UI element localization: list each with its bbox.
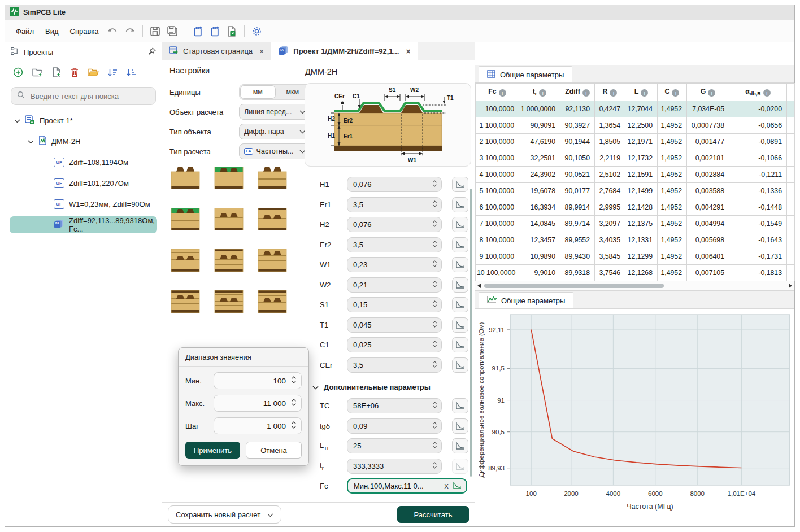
info-icon[interactable]: i bbox=[610, 89, 617, 97]
structure-thumbnail-11[interactable] bbox=[214, 290, 244, 313]
table-row[interactable]: 6 100,000016,393489,99142,999512,14281,4… bbox=[476, 199, 795, 216]
sweep-chart-button[interactable] bbox=[452, 177, 468, 192]
structure-thumbnail-4[interactable] bbox=[171, 208, 200, 230]
stepper-icon[interactable] bbox=[432, 240, 437, 250]
units-option-mm[interactable]: мм bbox=[240, 85, 276, 99]
table-row[interactable]: 9 100,000010,989089,94303,584512,12991,4… bbox=[476, 248, 795, 265]
close-tab-icon[interactable]: × bbox=[403, 47, 410, 56]
structure-thumbnail-1[interactable] bbox=[171, 167, 200, 189]
parameter-input[interactable]: 0,076 bbox=[347, 217, 442, 232]
parameter-input[interactable]: 0,23 bbox=[347, 257, 442, 272]
table-row[interactable]: 7 100,000014,084589,97143,209712,13751,4… bbox=[476, 216, 795, 232]
tab-results-table[interactable]: Общие параметры bbox=[479, 66, 572, 82]
menu-view[interactable]: Вид bbox=[40, 25, 64, 38]
sweep-chart-button[interactable] bbox=[452, 398, 468, 413]
sweep-chart-button[interactable] bbox=[452, 237, 468, 252]
parameter-input[interactable]: 58E+06 bbox=[347, 398, 442, 413]
column-header-α[interactable]: αdb,Ri bbox=[729, 84, 787, 101]
column-header-Fc[interactable]: Fci bbox=[476, 84, 519, 101]
column-header-C[interactable]: Ci bbox=[658, 84, 687, 101]
open-project-button[interactable] bbox=[88, 68, 99, 79]
stepper-icon[interactable] bbox=[432, 260, 437, 269]
add-folder-button[interactable] bbox=[32, 68, 43, 79]
column-header-L[interactable]: Li bbox=[625, 84, 658, 101]
tab-results-chart[interactable]: Общие параметры bbox=[479, 292, 573, 308]
stepper-icon[interactable] bbox=[432, 441, 437, 451]
stepper-icon[interactable] bbox=[432, 300, 437, 309]
expander-icon[interactable] bbox=[14, 116, 20, 125]
tab-start-page[interactable]: Стартовая страница × bbox=[162, 42, 271, 60]
menu-file[interactable]: Файл bbox=[11, 25, 39, 38]
parameter-input[interactable]: 25 bbox=[347, 438, 442, 453]
units-toggle[interactable]: мм мкм bbox=[239, 84, 311, 100]
tree-item[interactable]: FAZdiff=92,113...89,9318Ом, Fc... bbox=[10, 216, 157, 233]
range-step-input[interactable]: 1 000 bbox=[214, 417, 302, 434]
add-button[interactable] bbox=[13, 67, 23, 80]
scroll-left-icon[interactable] bbox=[475, 282, 483, 290]
structure-thumbnail-9[interactable] bbox=[258, 249, 287, 272]
save-icon[interactable] bbox=[147, 24, 163, 39]
stepper-icon[interactable] bbox=[432, 180, 437, 189]
parameter-input[interactable]: 0,21 bbox=[347, 277, 442, 293]
stepper-icon[interactable] bbox=[432, 200, 437, 210]
structure-thumbnail-2[interactable] bbox=[214, 167, 244, 189]
parameter-input[interactable]: 0,025 bbox=[347, 337, 442, 352]
parameter-input[interactable]: 3,5 bbox=[347, 197, 442, 212]
object-type-select[interactable]: Дифф. пара bbox=[239, 124, 311, 139]
sweep-chart-button[interactable] bbox=[452, 418, 468, 434]
sweep-chart-button[interactable] bbox=[452, 459, 468, 474]
undo-icon[interactable] bbox=[105, 24, 121, 39]
structure-thumbnail-5[interactable] bbox=[214, 208, 244, 230]
parameter-input[interactable]: 0,045 bbox=[347, 317, 442, 333]
table-row[interactable]: 2 100,000047,619090,19441,850512,19711,4… bbox=[476, 134, 795, 150]
column-header-R[interactable]: Ri bbox=[595, 84, 625, 101]
table-row[interactable]: 8 100,000012,345789,95523,403512,13311,4… bbox=[476, 232, 795, 248]
close-tab-icon[interactable]: × bbox=[257, 47, 264, 56]
sweep-chart-button[interactable] bbox=[452, 257, 468, 272]
cancel-button[interactable]: Отмена bbox=[246, 442, 302, 459]
calc-object-select[interactable]: Линия перед... bbox=[239, 104, 311, 120]
parameter-range-input[interactable]: Мин.100,Макс.11 0...X bbox=[347, 478, 467, 494]
stepper-icon[interactable] bbox=[432, 220, 437, 229]
export-excel-icon[interactable] bbox=[224, 24, 240, 39]
calc-type-select[interactable]: FA Частотны... bbox=[239, 143, 311, 159]
range-max-input[interactable]: 11 000 bbox=[214, 395, 302, 412]
info-icon[interactable]: i bbox=[499, 89, 506, 97]
tree-item[interactable]: Проект 1* bbox=[10, 112, 157, 129]
additional-parameters-header[interactable]: Дополнительные параметры bbox=[312, 383, 431, 391]
parameter-input[interactable]: 3,5 bbox=[347, 237, 442, 252]
structure-thumbnail-12[interactable] bbox=[258, 290, 287, 313]
tab-project-calculation[interactable]: FA Проект 1/ДММ-2Н/Zdiff=92,1... × bbox=[271, 42, 418, 60]
info-icon[interactable]: i bbox=[641, 89, 648, 97]
info-icon[interactable]: i bbox=[708, 89, 715, 97]
column-header-t[interactable]: tri bbox=[519, 84, 560, 101]
structure-thumbnail-10[interactable] bbox=[171, 290, 200, 313]
table-row[interactable]: 10 100,00009,901089,93183,754612,12681,4… bbox=[476, 265, 795, 281]
sort-ascending-button[interactable] bbox=[108, 68, 118, 79]
info-icon[interactable]: i bbox=[582, 89, 590, 97]
sweep-chart-button[interactable] bbox=[452, 197, 468, 212]
table-row[interactable]: 3 100,000032,258190,10502,211912,17321,4… bbox=[476, 150, 795, 167]
search-input[interactable] bbox=[29, 91, 150, 101]
table-horizontal-scrollbar[interactable] bbox=[475, 281, 794, 291]
table-row[interactable]: 100,00001 000,000092,11300,424712,70441,… bbox=[476, 101, 795, 117]
parameter-input[interactable]: 3,5 bbox=[347, 357, 442, 373]
redo-icon[interactable] bbox=[122, 24, 138, 39]
parameter-input[interactable]: 0,09 bbox=[347, 418, 442, 434]
structure-thumbnail-7[interactable] bbox=[171, 249, 200, 272]
apply-button[interactable]: Применить bbox=[185, 442, 240, 459]
sweep-chart-button[interactable] bbox=[452, 297, 468, 312]
stepper-icon[interactable] bbox=[432, 401, 437, 411]
scrollbar-thumb[interactable] bbox=[484, 284, 664, 288]
scroll-right-icon[interactable] bbox=[786, 282, 794, 290]
import-clipboard-alt-icon[interactable] bbox=[207, 24, 223, 39]
sweep-chart-button[interactable] bbox=[452, 438, 468, 453]
tree-item[interactable]: UFZdiff=108,1194Ом bbox=[10, 154, 157, 171]
menu-help[interactable]: Справка bbox=[65, 25, 104, 38]
stepper-icon[interactable] bbox=[291, 421, 297, 431]
table-row[interactable]: 5 100,000019,607890,01772,768412,14991,4… bbox=[476, 183, 795, 199]
sweep-chart-button[interactable] bbox=[452, 337, 468, 352]
sweep-chart-button[interactable] bbox=[452, 277, 468, 293]
structure-thumbnail-6[interactable] bbox=[258, 208, 287, 230]
structure-thumbnail-8[interactable] bbox=[214, 249, 244, 272]
